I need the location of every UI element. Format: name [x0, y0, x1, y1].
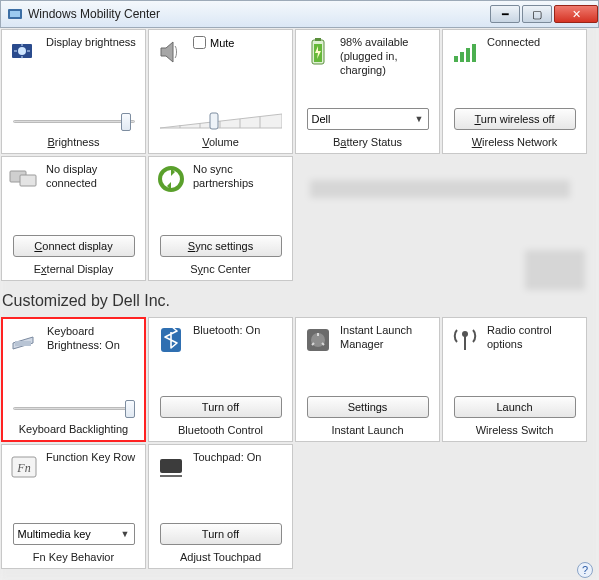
battery-icon: [302, 36, 334, 68]
display-icon: [8, 163, 40, 195]
tile-keyboard-backlight: Keyboard Brightness: On Keyboard Backlig…: [1, 317, 146, 442]
wireless-toggle-button[interactable]: Turn wireless off: [454, 108, 576, 130]
kbd-backlight-label: Keyboard Brightness: On: [47, 325, 138, 353]
bluetooth-footer: Bluetooth Control: [178, 424, 263, 438]
window-title: Windows Mobility Center: [28, 7, 160, 21]
sync-footer: Sync Center: [190, 263, 251, 277]
help-icon[interactable]: ?: [577, 562, 593, 578]
mute-input: [193, 36, 206, 49]
svg-text:Fn: Fn: [16, 461, 30, 475]
svg-rect-16: [315, 38, 321, 41]
svg-rect-18: [454, 56, 458, 62]
tile-volume: Mute Volume: [148, 29, 293, 154]
svg-rect-20: [466, 48, 470, 62]
tile-brightness: Display brightness Brightness: [1, 29, 146, 154]
fn-key-select[interactable]: Multimedia key ▼: [13, 523, 135, 545]
tile-instant-launch: Instant Launch Manager Settings Instant …: [295, 317, 440, 442]
tile-battery: 98% available (plugged in, charging) Del…: [295, 29, 440, 154]
antenna-icon: [449, 324, 481, 356]
tile-fn-key: Fn Function Key Row Multimedia key ▼ Fn …: [1, 444, 146, 569]
svg-rect-25: [15, 341, 31, 346]
close-button[interactable]: ✕: [554, 5, 598, 23]
svg-point-3: [18, 47, 26, 55]
mute-label: Mute: [210, 37, 234, 49]
tiles-panel: Display brightness Brightness Mute: [0, 28, 599, 282]
power-plan-value: Dell: [312, 113, 331, 125]
minimize-button[interactable]: ━: [490, 5, 520, 23]
tile-external-display: No display connected Connect display Ext…: [1, 156, 146, 281]
brightness-slider[interactable]: [13, 112, 135, 130]
volume-slider[interactable]: [160, 112, 282, 130]
sync-settings-button[interactable]: Sync settings: [160, 235, 282, 257]
wireless-label: Connected: [487, 36, 540, 50]
svg-rect-34: [160, 475, 182, 477]
ext-display-footer: External Display: [34, 263, 113, 277]
speaker-icon: [155, 36, 187, 68]
mute-checkbox[interactable]: Mute: [193, 36, 234, 49]
svg-rect-14: [210, 113, 218, 129]
tile-touchpad: Touchpad: On Turn off Adjust Touchpad: [148, 444, 293, 569]
connect-display-button[interactable]: Connect display: [13, 235, 135, 257]
keyboard-icon: [9, 325, 41, 357]
battery-label: 98% available (plugged in, charging): [340, 36, 433, 77]
battery-footer: Battery Status: [333, 136, 402, 150]
radio-label: Radio control options: [487, 324, 580, 352]
tile-sync: No sync partnerships Sync settings Sync …: [148, 156, 293, 281]
chevron-down-icon: ▼: [121, 529, 130, 539]
svg-rect-21: [472, 44, 476, 62]
launch-icon: [302, 324, 334, 356]
svg-rect-33: [160, 459, 182, 473]
title-bar: Windows Mobility Center ━ ▢ ✕: [0, 0, 599, 28]
svg-rect-1: [10, 11, 20, 17]
bluetooth-icon: [155, 324, 187, 356]
fn-key-icon: Fn: [8, 451, 40, 483]
touchpad-footer: Adjust Touchpad: [180, 551, 261, 565]
chevron-down-icon: ▼: [415, 114, 424, 124]
touchpad-toggle-button[interactable]: Turn off: [160, 523, 282, 545]
radio-footer: Wireless Switch: [476, 424, 554, 438]
wireless-footer: Wireless Network: [472, 136, 558, 150]
dell-tiles-panel: Keyboard Brightness: On Keyboard Backlig…: [0, 316, 599, 570]
ext-display-label: No display connected: [46, 163, 139, 191]
touchpad-icon: [155, 451, 187, 483]
tile-radio: Radio control options Launch Wireless Sw…: [442, 317, 587, 442]
fn-key-value: Multimedia key: [18, 528, 91, 540]
brightness-icon: [8, 36, 40, 68]
sync-icon: [155, 163, 187, 195]
svg-rect-30: [464, 336, 466, 350]
svg-marker-8: [160, 114, 282, 128]
oem-section-header: Customized by Dell Inc.: [0, 282, 599, 316]
sync-label: No sync partnerships: [193, 163, 286, 191]
fn-key-label: Function Key Row: [46, 451, 135, 465]
radio-launch-button[interactable]: Launch: [454, 396, 576, 418]
maximize-button[interactable]: ▢: [522, 5, 552, 23]
instant-launch-label: Instant Launch Manager: [340, 324, 433, 352]
app-icon: [7, 6, 23, 22]
instant-launch-footer: Instant Launch: [331, 424, 403, 438]
kbd-backlight-footer: Keyboard Backlighting: [19, 423, 128, 437]
brightness-footer: Brightness: [48, 136, 100, 150]
svg-rect-23: [20, 175, 36, 186]
wifi-icon: [449, 36, 481, 68]
bluetooth-toggle-button[interactable]: Turn off: [160, 396, 282, 418]
bluetooth-label: Bluetooth: On: [193, 324, 260, 338]
window-controls: ━ ▢ ✕: [488, 5, 598, 23]
instant-launch-settings-button[interactable]: Settings: [307, 396, 429, 418]
svg-rect-19: [460, 52, 464, 62]
brightness-label: Display brightness: [46, 36, 136, 50]
volume-footer: Volume: [202, 136, 239, 150]
kbd-backlight-slider[interactable]: [13, 399, 135, 417]
power-plan-select[interactable]: Dell ▼: [307, 108, 429, 130]
tile-wireless: Connected Turn wireless off Wireless Net…: [442, 29, 587, 154]
tile-bluetooth: Bluetooth: On Turn off Bluetooth Control: [148, 317, 293, 442]
fn-key-footer: Fn Key Behavior: [33, 551, 114, 565]
touchpad-label: Touchpad: On: [193, 451, 262, 465]
